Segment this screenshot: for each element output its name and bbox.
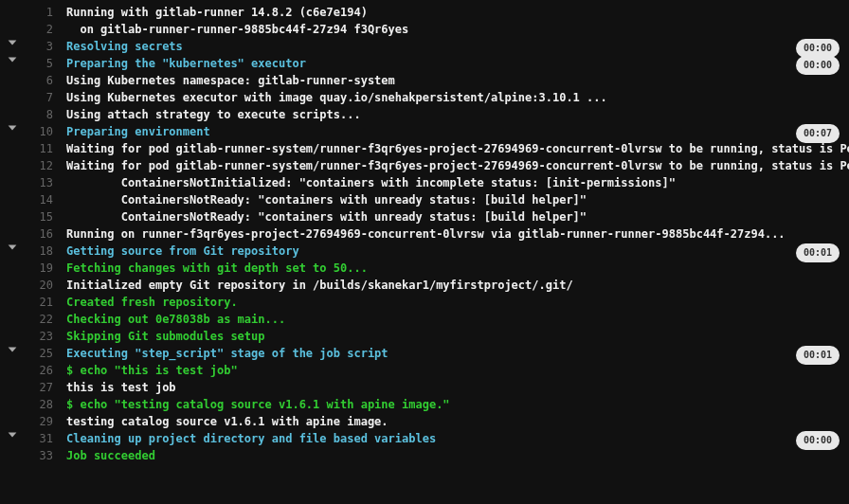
log-text: Preparing environment (53, 123, 210, 140)
line-number[interactable]: 11 (25, 140, 53, 157)
log-text: $ echo "testing catalog source v1.6.1 wi… (53, 396, 450, 413)
chevron-down-icon[interactable] (0, 345, 25, 354)
log-line: 16Running on runner-f3qr6yes-project-276… (0, 225, 849, 243)
chevron-down-icon[interactable] (0, 430, 25, 440)
log-line: 27this is test job (0, 379, 849, 396)
line-number[interactable]: 23 (25, 328, 53, 345)
log-text: this is test job (53, 379, 176, 396)
chevron-down-icon[interactable] (0, 123, 25, 133)
chevron-down-icon[interactable] (0, 55, 25, 64)
line-number[interactable]: 31 (25, 430, 53, 447)
line-number[interactable]: 33 (25, 447, 53, 464)
log-line: 28$ echo "testing catalog source v1.6.1 … (0, 396, 849, 413)
line-number[interactable]: 29 (25, 413, 53, 430)
log-line: 20Initialized empty Git repository in /b… (0, 277, 849, 294)
line-number[interactable]: 1 (25, 4, 53, 21)
line-number[interactable]: 10 (25, 123, 53, 140)
log-text: Skipping Git submodules setup (53, 328, 265, 345)
log-text: ContainersNotReady: "containers with unr… (53, 208, 587, 225)
log-text: Using Kubernetes executor with image qua… (53, 89, 607, 106)
log-line: 10Preparing environment00:07 (0, 123, 849, 140)
line-number[interactable]: 22 (25, 311, 53, 328)
line-number[interactable]: 18 (25, 243, 53, 260)
chevron-down-icon[interactable] (0, 38, 25, 47)
log-line: 31Cleaning up project directory and file… (0, 430, 849, 447)
chevron-down-icon[interactable] (0, 243, 25, 252)
log-text: Waiting for pod gitlab-runner-system/run… (53, 157, 849, 174)
log-text: Cleaning up project directory and file b… (53, 430, 436, 447)
log-line: 13 ContainersNotInitialized: "containers… (0, 174, 849, 191)
log-text: ContainersNotReady: "containers with unr… (53, 191, 587, 208)
log-line: 6Using Kubernetes namespace: gitlab-runn… (0, 72, 849, 89)
log-line: 12Waiting for pod gitlab-runner-system/r… (0, 157, 849, 174)
log-text: on gitlab-runner-runner-9885bc44f-27z94 … (53, 21, 408, 38)
log-line: 25Executing "step_script" stage of the j… (0, 345, 849, 362)
log-line: 23Skipping Git submodules setup (0, 328, 849, 345)
log-text: Running on runner-f3qr6yes-project-27694… (53, 225, 786, 243)
log-text: Executing "step_script" stage of the job… (53, 345, 388, 362)
log-line: 1Running with gitlab-runner 14.8.2 (c6e7… (0, 4, 849, 21)
line-number[interactable]: 2 (25, 21, 53, 38)
log-line: 7Using Kubernetes executor with image qu… (0, 89, 849, 106)
log-text: Preparing the "kubernetes" executor (53, 55, 306, 72)
log-line: 15 ContainersNotReady: "containers with … (0, 208, 849, 225)
line-number[interactable]: 13 (25, 174, 53, 191)
log-line: 18Getting source from Git repository00:0… (0, 243, 849, 260)
log-text: Job succeeded (53, 447, 155, 464)
log-text: ContainersNotInitialized: "containers wi… (53, 174, 676, 191)
log-line: 33Job succeeded (0, 447, 849, 464)
line-number[interactable]: 8 (25, 106, 53, 123)
log-line: 19Fetching changes with git depth set to… (0, 260, 849, 277)
log-line: 26$ echo "this is test job" (0, 362, 849, 379)
log-line: 29testing catalog source v1.6.1 with api… (0, 413, 849, 430)
line-number[interactable]: 25 (25, 345, 53, 362)
job-log: 1Running with gitlab-runner 14.8.2 (c6e7… (0, 4, 849, 464)
log-text: Waiting for pod gitlab-runner-system/run… (53, 140, 849, 157)
log-text: Running with gitlab-runner 14.8.2 (c6e7e… (53, 4, 368, 21)
line-number[interactable]: 19 (25, 260, 53, 277)
line-number[interactable]: 6 (25, 72, 53, 89)
log-text: Fetching changes with git depth set to 5… (53, 260, 368, 277)
log-line: 2 on gitlab-runner-runner-9885bc44f-27z9… (0, 21, 849, 38)
log-text: $ echo "this is test job" (53, 362, 238, 379)
log-text: Initialized empty Git repository in /bui… (53, 277, 573, 294)
line-number[interactable]: 21 (25, 294, 53, 311)
line-number[interactable]: 28 (25, 396, 53, 413)
log-line: 8Using attach strategy to execute script… (0, 106, 849, 123)
log-line: 5Preparing the "kubernetes" executor00:0… (0, 55, 849, 72)
line-number[interactable]: 12 (25, 157, 53, 174)
line-number[interactable]: 14 (25, 191, 53, 208)
log-text: testing catalog source v1.6.1 with apine… (53, 413, 388, 430)
line-number[interactable]: 7 (25, 89, 53, 106)
line-number[interactable]: 16 (25, 225, 53, 243)
log-text: Resolving secrets (53, 38, 183, 55)
line-number[interactable]: 3 (25, 38, 53, 55)
log-line: 22Checking out 0e78038b as main... (0, 311, 849, 328)
line-number[interactable]: 5 (25, 55, 53, 72)
log-text: Created fresh repository. (53, 294, 238, 311)
line-number[interactable]: 26 (25, 362, 53, 379)
line-number[interactable]: 15 (25, 208, 53, 225)
log-text: Using Kubernetes namespace: gitlab-runne… (53, 72, 395, 89)
log-text: Getting source from Git repository (53, 243, 299, 260)
log-text: Checking out 0e78038b as main... (53, 311, 285, 328)
line-number[interactable]: 27 (25, 379, 53, 396)
log-line: 3Resolving secrets00:00 (0, 38, 849, 55)
log-line: 14 ContainersNotReady: "containers with … (0, 191, 849, 208)
line-number[interactable]: 20 (25, 277, 53, 294)
log-line: 11Waiting for pod gitlab-runner-system/r… (0, 140, 849, 157)
log-line: 21Created fresh repository. (0, 294, 849, 311)
log-text: Using attach strategy to execute scripts… (53, 106, 361, 123)
